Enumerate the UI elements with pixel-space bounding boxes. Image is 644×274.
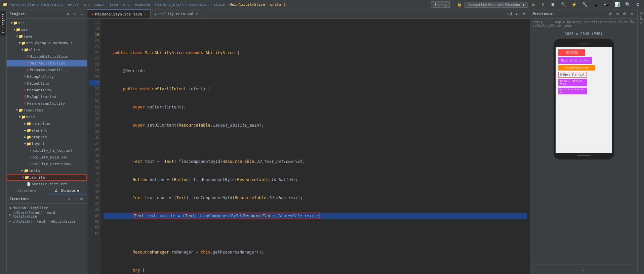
arrow-icon: ▼	[19, 115, 21, 119]
previewer-rotate-btn[interactable]: ⟲	[614, 11, 620, 17]
previewer-more-btn[interactable]: ...	[580, 266, 587, 273]
code-content[interactable]: public class MainAbilitySlice extends Ab…	[101, 19, 530, 274]
tree-item-main[interactable]: ▼ 📁 main	[7, 26, 87, 33]
arrow-icon: ▼	[24, 142, 26, 145]
tree-item-ability-permreaso[interactable]: ✦ ability_permreaso...	[7, 161, 87, 167]
gradle-tab[interactable]: Gradle	[638, 9, 644, 27]
phone-arrive-text2: We will arrive at %s	[558, 88, 587, 94]
tree-item-main-ability[interactable]: C MainAbility	[7, 87, 87, 93]
tree-item-permreason[interactable]: C PermreasonAbili...	[7, 66, 87, 73]
settings-button[interactable]: ⚙	[635, 1, 641, 8]
tab-ability-main[interactable]: ◆ ability_main.xml ✕	[151, 9, 202, 18]
tree-item-src[interactable]: ▼ 📁 src	[7, 19, 87, 26]
arrow-icon: ▼	[11, 21, 12, 25]
structure-title: Structure	[9, 197, 30, 201]
lock-icon: 🔒	[457, 2, 462, 7]
scroll-down-btn[interactable]: ▼	[521, 11, 527, 16]
avd-button[interactable]: 📲	[602, 1, 610, 8]
structure-panel: Structure Z: Structure Structure ≡ ↕ ⚙ ●…	[7, 187, 87, 274]
sidebar-sort-btn[interactable]: ≡	[72, 11, 77, 16]
folder-icon: 📁	[24, 48, 29, 52]
sort-btn[interactable]: ↕	[73, 196, 77, 201]
tree-item-java[interactable]: ▼ 📁 java	[7, 33, 87, 40]
tab-close-btn[interactable]: ✕	[196, 12, 198, 16]
tree-item-permreason-ability[interactable]: C PermreasonAbility	[7, 100, 87, 107]
sdk-button[interactable]: 🔧	[581, 1, 589, 8]
tab-close-btn[interactable]: ✕	[144, 12, 146, 16]
c-icon: C	[24, 75, 26, 78]
folder-icon: 📁	[18, 108, 23, 112]
tree-item-ability-main[interactable]: ✦ ability_main.xml	[7, 154, 87, 161]
previewer-close-btn[interactable]: ✕	[629, 11, 635, 17]
struct-item-onstart[interactable]: m onStart(Intent): void | AbilitySlice	[7, 211, 87, 218]
sidebar: Project ⚙ ≡ — ▼ 📁 src ▼ 📁 main	[7, 9, 87, 274]
sidebar-header: Project ⚙ ≡ —	[7, 9, 87, 19]
tree-item-main-ability-slice[interactable]: C MainAbilitySlice	[7, 60, 87, 66]
previewer-content: 1080 x 2340 (P40) 测试按钮 This is a button …	[530, 29, 637, 265]
arrow-icon: ▼	[16, 108, 18, 112]
sort-alpha-btn[interactable]: ≡	[67, 196, 72, 201]
sidebar-hide-btn[interactable]: —	[78, 11, 84, 16]
sidebar-settings-btn[interactable]: ⚙	[65, 11, 71, 16]
breadcrumb: Harmony_StartFromScratch › entry › src ›…	[9, 2, 286, 7]
previewer-settings-btn[interactable]: ⚙	[621, 11, 628, 17]
stop-button[interactable]: ⏹	[550, 1, 557, 8]
structure-tab-bottom[interactable]: Structure	[7, 187, 47, 194]
tree-label: MainAbilitySlice	[30, 61, 65, 65]
tree-label: animation	[31, 122, 51, 126]
previewer-footer: ...	[530, 265, 637, 274]
build-button[interactable]: 🔨	[559, 1, 567, 8]
find-button[interactable]: 🔍	[624, 1, 632, 8]
device-manager-button[interactable]: 📱	[592, 1, 600, 8]
previewer-refresh-btn[interactable]: ↺	[607, 11, 613, 17]
previewer-path: entry : ...ample.harmony_startfromscratc…	[530, 19, 637, 29]
arrow-icon: ▼	[22, 176, 24, 179]
project-tab[interactable]: 1: Project	[0, 11, 6, 36]
previewer-title: Previewer	[533, 12, 553, 16]
run-button[interactable]: ▶	[531, 1, 537, 8]
warning-indicator: ⚠	[507, 12, 509, 16]
entry-button[interactable]: ⬇ entry	[431, 1, 449, 8]
sync-button[interactable]: ⚡	[570, 1, 578, 8]
phone-test-btn: 测试按钮	[558, 49, 585, 56]
tree-item-org[interactable]: ▼ 📁 org.example.harmony_s	[7, 40, 87, 46]
m-icon: m	[9, 213, 11, 216]
simulator-button[interactable]: Huawei Lite Wearable Simulator ▼	[465, 2, 528, 8]
tree-item-base[interactable]: ▼ 📁 base	[7, 113, 87, 120]
c-icon: C	[27, 55, 29, 58]
warning-count: 4	[510, 12, 513, 16]
tree-label: HiLogUtils	[27, 81, 49, 86]
z-structure-tab[interactable]: Z: Structure	[47, 187, 87, 194]
code-editor[interactable]: 17 18 19 20 21 22 23 24 25 26 27 28 29 3…	[87, 19, 530, 274]
tree-item-hilog-ability-slice[interactable]: C HiLogAbilitySlice	[7, 53, 87, 60]
tab-main-ability-slice[interactable]: ◆ MainAbilitySlice.java ✕	[87, 9, 151, 18]
struct-item-onactive[interactable]: m onActive(): void | AbilitySlice	[7, 218, 87, 225]
arrow-icon: ▶	[24, 129, 26, 132]
tree-item-graphic[interactable]: ▶ 📁 graphic	[7, 134, 87, 140]
tree-item-element[interactable]: ▶ 📁 element	[7, 127, 87, 134]
pause-button[interactable]: ⏸	[540, 1, 547, 8]
c-icon: C	[24, 95, 26, 98]
tree-item-my-application[interactable]: C MyApplication	[7, 93, 87, 100]
scroll-up-btn[interactable]: ▲	[514, 11, 520, 16]
tree-item-ability-hi-log[interactable]: ✦ ability_hi_log.xml	[7, 147, 87, 154]
tree-item-slice[interactable]: ▼ 📁 slice	[7, 46, 87, 53]
structure-button[interactable]: 📊	[613, 1, 621, 8]
tree-item-layout[interactable]: ▼ 📁 layout	[7, 140, 87, 147]
tree-item-media[interactable]: ▶ 📁 media	[7, 167, 87, 174]
tree-item-hilog-ability[interactable]: C HiLogAbility	[7, 73, 87, 80]
tree-item-resources[interactable]: ▼ 📁 resources	[7, 107, 87, 113]
tree-item-animation[interactable]: ▶ 📁 animation	[7, 120, 87, 127]
tree-label: ability_main.xml	[32, 155, 68, 159]
tree-label: PermreasonAbility	[27, 101, 65, 106]
struct-settings-btn[interactable]: ⚙	[79, 196, 84, 201]
folder-icon: 📁	[21, 115, 26, 119]
c-icon: C	[24, 82, 26, 85]
tree-item-hilog-utils[interactable]: C HiLogUtils	[7, 80, 87, 87]
favorites-panel: 1: Project	[0, 9, 7, 274]
tree-item-profile-text[interactable]: 📄 profile_text.txt	[7, 181, 87, 187]
struct-item-class[interactable]: ● MainAbilitySlice	[7, 204, 87, 211]
folder-icon: 📁	[27, 128, 31, 133]
tree-item-profile[interactable]: ▼ 📁 profile	[7, 174, 87, 181]
java-file-icon: ◆	[91, 13, 93, 16]
